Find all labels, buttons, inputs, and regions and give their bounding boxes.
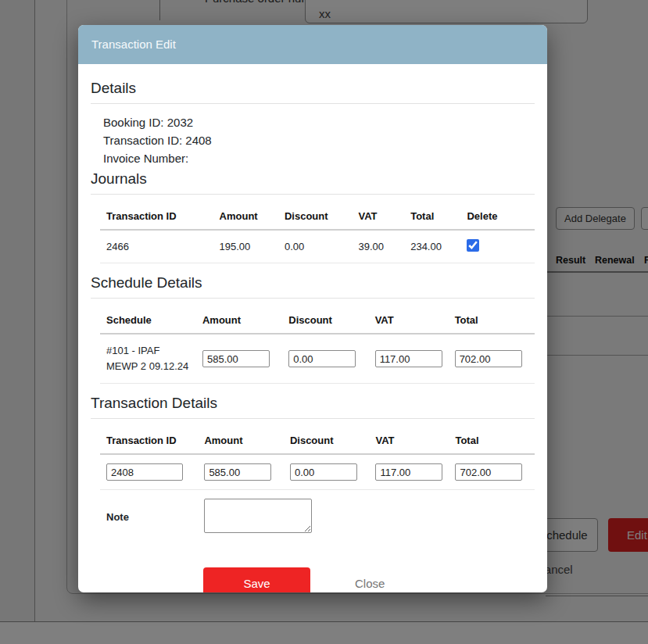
transaction-vat-input[interactable]	[375, 463, 442, 481]
schedule-label: #101 - IPAF MEWP 2 09.12.24	[100, 334, 196, 384]
schedule-col-total: Total	[449, 306, 535, 334]
transaction-details-table: Transaction ID Amount Discount VAT Total…	[100, 427, 535, 544]
section-divider	[91, 298, 535, 299]
transaction-details-heading: Transaction Details	[91, 395, 535, 412]
journals-col-total: Total	[404, 202, 460, 230]
journal-delete-checkbox[interactable]	[467, 239, 479, 252]
schedule-details-heading: Schedule Details	[91, 274, 535, 292]
transaction-discount-input[interactable]	[290, 463, 357, 481]
section-divider	[91, 103, 535, 104]
transaction-col-vat: VAT	[369, 427, 449, 454]
journal-discount: 0.00	[278, 230, 353, 263]
journals-col-delete: Delete	[460, 202, 535, 230]
journal-vat: 39.00	[352, 230, 404, 263]
schedule-amount-input[interactable]	[202, 350, 270, 367]
transaction-amount-input[interactable]	[204, 463, 271, 481]
invoice-number-text: Invoice Number:	[103, 149, 535, 167]
transaction-col-amount: Amount	[198, 427, 284, 454]
details-block: Booking ID: 2032 Transaction ID: 2408 In…	[103, 113, 535, 167]
transaction-col-total: Total	[449, 427, 535, 454]
schedule-vat-input[interactable]	[375, 350, 442, 367]
schedule-col-amount: Amount	[196, 306, 282, 334]
journal-transaction-id: 2466	[100, 230, 213, 263]
note-row: Note	[100, 490, 535, 545]
transaction-id-text: Transaction ID: 2408	[103, 131, 535, 149]
schedule-col-schedule: Schedule	[100, 306, 196, 334]
schedule-total-input[interactable]	[455, 350, 522, 367]
journals-col-amount: Amount	[213, 202, 278, 230]
journals-table: Transaction ID Amount Discount VAT Total…	[100, 202, 535, 263]
schedule-col-vat: VAT	[369, 306, 449, 334]
booking-id-text: Booking ID: 2032	[103, 113, 535, 131]
details-heading: Details	[91, 80, 535, 97]
schedule-col-discount: Discount	[282, 306, 368, 334]
journals-row: 2466 195.00 0.00 39.00 234.00	[100, 230, 535, 263]
journals-heading: Journals	[91, 170, 535, 188]
save-button[interactable]: Save	[203, 567, 310, 592]
transaction-id-input[interactable]	[106, 463, 183, 481]
close-button[interactable]: Close	[355, 577, 385, 590]
modal-body: Details Booking ID: 2032 Transaction ID:…	[78, 64, 547, 592]
schedule-discount-input[interactable]	[288, 350, 356, 367]
section-divider	[91, 194, 535, 195]
note-textarea[interactable]	[204, 499, 312, 533]
schedule-row: #101 - IPAF MEWP 2 09.12.24	[100, 334, 535, 384]
transaction-total-input[interactable]	[455, 463, 522, 481]
note-label: Note	[100, 490, 198, 545]
transaction-col-discount: Discount	[284, 427, 370, 454]
modal-title: Transaction Edit	[78, 25, 547, 64]
schedule-details-table: Schedule Amount Discount VAT Total #101 …	[100, 306, 535, 384]
journals-col-discount: Discount	[278, 202, 353, 230]
journals-col-vat: VAT	[352, 202, 404, 230]
journal-total: 234.00	[404, 230, 460, 263]
transaction-row	[100, 454, 535, 490]
journal-amount: 195.00	[213, 230, 278, 263]
journals-col-transaction-id: Transaction ID	[100, 202, 213, 230]
modal-button-row: Save Close	[203, 567, 535, 592]
transaction-col-transaction-id: Transaction ID	[100, 427, 198, 454]
transaction-edit-modal: Transaction Edit Details Booking ID: 203…	[78, 25, 547, 592]
section-divider	[91, 418, 535, 419]
